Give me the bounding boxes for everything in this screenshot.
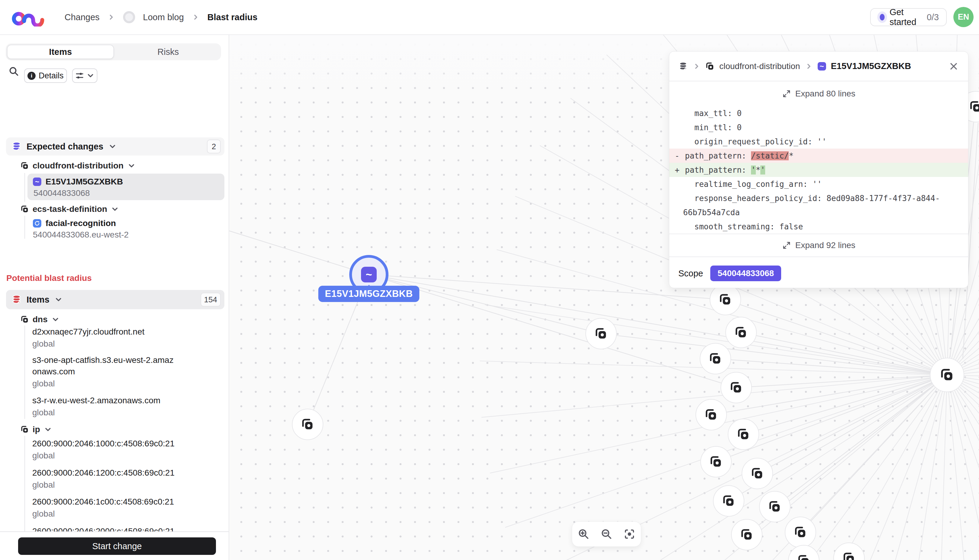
diff-removed-line: -path_pattern: /static/* [669, 148, 968, 163]
group-cloudfront-distribution[interactable]: cloudfront-distribution [20, 161, 136, 171]
copy-icon [751, 467, 764, 480]
close-icon[interactable] [948, 61, 959, 72]
breadcrumb-change-name[interactable]: Loom blog [143, 12, 184, 22]
panel-breadcrumb-item: E15V1JM5GZXBKB [831, 61, 911, 71]
scope-badge[interactable]: 540044833068 [710, 265, 781, 281]
overmind-logo[interactable] [11, 7, 48, 27]
tree-guide-line [24, 173, 25, 202]
graph-node[interactable] [710, 284, 741, 315]
graph-node[interactable] [700, 343, 731, 374]
copy-icon [768, 500, 782, 513]
expected-changes-title: Expected changes [27, 142, 104, 152]
copy-icon [709, 455, 723, 468]
list-item[interactable]: d2xxnaqec77yjr.cloudfront.net global [32, 326, 213, 350]
start-change-button[interactable]: Start change [18, 537, 216, 555]
sidebar: Items Risks i Details Expected changes 2… [0, 35, 229, 560]
list-item[interactable]: s3-one-apt-catfish.s3.eu-west-2.amazonaw… [32, 355, 213, 390]
expand-lines-bottom-button[interactable]: Expand 92 lines [669, 233, 968, 257]
diff-modified-icon: ~ [361, 267, 377, 282]
graph-node[interactable] [700, 446, 732, 477]
user-avatar[interactable]: EN [953, 7, 974, 27]
change-status-icon [123, 11, 135, 23]
chevron-down-icon [108, 142, 117, 151]
group-type-label: ecs-task-definition [33, 204, 107, 214]
item-title: s3-one-apt-catfish.s3.eu-west-2.amazonaw… [32, 355, 177, 377]
tree-item[interactable]: facial-recognition 540044833068.eu-west-… [33, 218, 129, 240]
update-icon [33, 219, 41, 228]
item-title: 2600:9000:2046:1200:c:4508:69c0:21 [32, 467, 213, 478]
diff-added-line: +path_pattern: '*' [669, 163, 968, 177]
item-scope: global [32, 449, 213, 462]
get-started-button[interactable]: Get started 0/3 [870, 8, 947, 26]
graph-hub-node[interactable] [930, 358, 964, 392]
chevron-right-icon [693, 62, 701, 70]
tree-guide-line [24, 216, 25, 239]
expand-bottom-label: Expand 92 lines [795, 240, 855, 250]
tree-item-scope: 540044833068 [33, 187, 224, 199]
breadcrumb-changes[interactable]: Changes [65, 12, 100, 22]
graph-node[interactable] [695, 399, 727, 430]
diff-modified-icon: ~ [33, 178, 41, 186]
copy-icon [794, 526, 807, 539]
expand-lines-top-button[interactable]: Expand 80 lines [669, 82, 968, 106]
graph-node[interactable] [725, 317, 757, 348]
chevron-down-icon [54, 295, 63, 304]
chevron-right-icon [107, 13, 115, 21]
graph-node[interactable] [728, 418, 759, 450]
filter-button[interactable] [72, 68, 97, 83]
search-button[interactable] [7, 63, 20, 79]
copy-icon [595, 327, 608, 340]
list-item[interactable]: 2600:9000:2046:1200:c:4508:69c0:21 globa… [32, 467, 213, 491]
code-line: response_headers_policy_id: 8ed09a88-177… [669, 191, 968, 205]
list-item[interactable]: s3-r-w.eu-west-2.amazonaws.com global [32, 395, 213, 419]
group-dns[interactable]: dns [20, 315, 60, 324]
graph-node[interactable] [713, 485, 744, 517]
tree-item-title: E15V1JM5GZXBKB [45, 177, 123, 187]
zoom-in-icon[interactable] [578, 528, 590, 540]
tab-risks[interactable]: Risks [115, 43, 221, 60]
group-type-label: dns [33, 315, 48, 324]
canvas-toolbar [572, 522, 641, 547]
graph-node[interactable] [731, 519, 762, 550]
expected-changes-header[interactable]: Expected changes 2 [6, 137, 224, 155]
get-started-label: Get started [889, 7, 922, 27]
details-button[interactable]: i Details [24, 68, 67, 83]
details-label: Details [38, 71, 63, 80]
graph-node[interactable] [759, 491, 790, 522]
panel-header: cloudfront-distribution ~ E15V1JM5GZXBKB [669, 52, 968, 82]
tab-items[interactable]: Items [7, 45, 114, 59]
get-started-progress: 0/3 [927, 12, 939, 22]
sliders-icon [75, 71, 84, 80]
tree-item-title: facial-recognition [45, 218, 116, 228]
copy-icon [20, 425, 29, 434]
graph-node[interactable] [742, 458, 773, 489]
database-icon [12, 295, 22, 305]
copy-icon [842, 552, 855, 560]
blast-radius-label: Potential blast radius [6, 273, 92, 283]
tree-item-selected[interactable]: ~ E15V1JM5GZXBKB 540044833068 [27, 173, 224, 200]
zoom-out-icon[interactable] [600, 528, 613, 540]
list-item[interactable]: 2600:9000:2046:1000:c:4508:69c0:21 globa… [32, 438, 213, 462]
copy-icon [709, 352, 722, 365]
item-title: 2600:9000:2046:1c00:c:4508:69c0:21 [32, 496, 213, 508]
fit-view-icon[interactable] [623, 528, 635, 540]
code-line: 66b7b54a7cda [669, 205, 968, 219]
panel-breadcrumb-type[interactable]: cloudfront-distribution [719, 62, 800, 71]
group-ip[interactable]: ip [20, 425, 52, 434]
scope-label: Scope [678, 268, 703, 278]
chevron-down-icon [127, 162, 136, 170]
copy-icon [730, 381, 743, 394]
group-ecs-task-definition[interactable]: ecs-task-definition [20, 204, 119, 214]
graph-node[interactable] [585, 318, 617, 349]
copy-icon [20, 205, 29, 213]
blast-items-header[interactable]: Items 154 [6, 290, 224, 309]
selected-node-label[interactable]: E15V1JM5GZXBKB [318, 286, 419, 302]
graph-node[interactable] [292, 409, 323, 440]
copy-icon [301, 418, 314, 431]
graph-node[interactable] [785, 517, 816, 548]
item-title: 2600:9000:2046:1000:c:4508:69c0:21 [32, 438, 213, 449]
graph-node[interactable] [720, 372, 752, 403]
app-header: Changes Loom blog Blast radius Get start… [0, 0, 979, 35]
code-line: max_ttl: 0 [669, 106, 968, 120]
list-item[interactable]: 2600:9000:2046:1c00:c:4508:69c0:21 globa… [32, 496, 213, 520]
